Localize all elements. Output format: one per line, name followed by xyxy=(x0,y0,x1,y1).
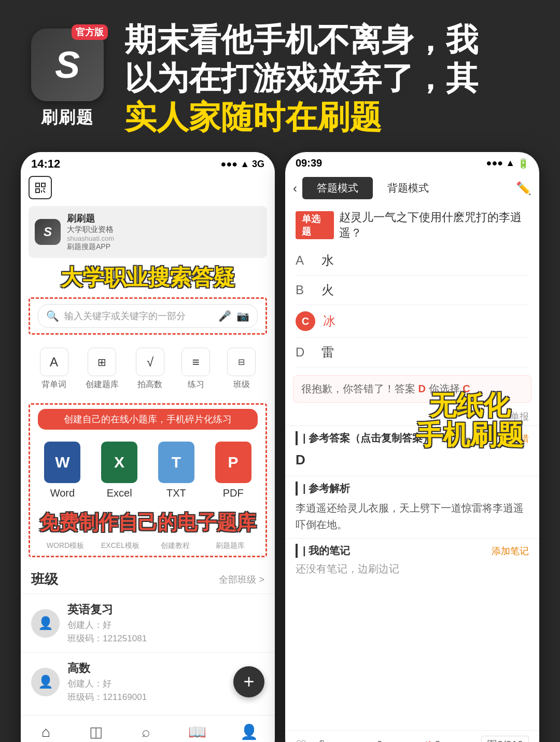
mic-icon[interactable]: 🎤 xyxy=(218,310,231,322)
promo-logo: S xyxy=(35,219,61,245)
notes-section: | 我的笔记 添加笔记 还没有笔记，边刷边记 xyxy=(285,538,539,581)
promo-url: shuashuati.com xyxy=(67,235,261,242)
option-d[interactable]: D 雷 xyxy=(296,338,529,367)
tab-review-mode[interactable]: 背题模式 xyxy=(373,177,443,199)
option-a[interactable]: A 水 xyxy=(296,246,529,276)
profile-icon: 👤 xyxy=(240,723,258,740)
pdf-label: PDF xyxy=(223,487,244,499)
back-button[interactable]: ‹ xyxy=(293,181,297,196)
official-badge: 官方版 xyxy=(72,24,108,40)
analysis-text: 李逍遥还给灵儿衣服，天上劈下一道惊雷将李逍遥吓倒在地。 xyxy=(296,500,529,533)
svg-rect-0 xyxy=(36,183,39,187)
class-section-header: 班级 全部班级 > xyxy=(21,562,275,594)
all-classes-link[interactable]: 全部班级 > xyxy=(219,573,264,586)
nav-home[interactable]: ⌂ 首页 xyxy=(37,724,54,742)
big-label: 大学职业搜索答疑 xyxy=(21,263,275,292)
option-c[interactable]: C 冰 xyxy=(296,305,529,338)
tool-practice[interactable]: ≡ 练习 xyxy=(181,348,210,390)
analysis-title: | 参考解析 xyxy=(296,482,350,496)
file-type-pdf[interactable]: P PDF xyxy=(208,442,258,499)
phones-section: 14:12 ●●● ▲ 3G S 刷刷题 大学职业 xyxy=(0,152,560,742)
reference-title: | 参考答案（点击复制答案） xyxy=(296,431,433,445)
promo-subtitle: 刷题搜题APP xyxy=(67,242,261,252)
app-icon[interactable]: 官方版 S xyxy=(31,29,104,101)
right-phone: 09:39 ●●● ▲ 🔋 ‹ 答题模式 背题模式 ✏️ 单选题 赵灵儿一气之下… xyxy=(285,152,539,742)
analysis-section: | 参考解析 李逍遥还给灵儿衣服，天上劈下一道惊雷将李逍遥吓倒在地。 xyxy=(285,476,539,538)
top-section: 官方版 S 刷刷题 期末看他手机不离身，我 以为在打游戏放弃了，其 实人家随时在… xyxy=(0,0,560,152)
headline-line1: 期末看他手机不离身，我 xyxy=(124,22,478,58)
file-type-excel[interactable]: X Excel xyxy=(95,442,144,499)
share-icon[interactable]: ⎙ xyxy=(317,738,325,742)
search-icon: ⌕ xyxy=(142,724,150,740)
template-excel[interactable]: EXCEL模板 xyxy=(93,541,148,551)
word-icon: W xyxy=(44,442,80,483)
class-name-english: 英语复习 xyxy=(67,602,264,617)
scan-icon[interactable] xyxy=(29,176,52,199)
class-section-title: 班级 xyxy=(31,570,58,588)
class-code-english: 班级码：121251081 xyxy=(67,633,264,644)
promo-desc: 大学职业资格 xyxy=(67,225,261,235)
question-type-badge: 单选题 xyxy=(296,211,334,239)
excel-label: Excel xyxy=(107,487,132,499)
promo-text: 刷刷题 大学职业资格 shuashuati.com 刷题搜题APP xyxy=(67,212,261,252)
file-type-word[interactable]: W Word xyxy=(38,442,87,499)
mode-tabs: 答题模式 背题模式 xyxy=(302,177,443,199)
discover-icon: ◫ xyxy=(89,723,103,740)
floating-label: 无纸化 手机刷题 xyxy=(416,391,524,450)
pdf-icon: P xyxy=(215,442,251,483)
app-name: 刷刷题 xyxy=(41,106,94,129)
class-info-english: 英语复习 创建人：好 班级码：121251081 xyxy=(67,602,264,644)
option-b[interactable]: B 火 xyxy=(296,276,529,305)
template-bank[interactable]: 刷题题库 xyxy=(203,541,258,551)
selected-circle: C xyxy=(296,311,315,331)
notes-title: | 我的笔记 xyxy=(296,544,350,558)
like-icon[interactable]: ♡ xyxy=(296,738,307,742)
headline-highlight: 实人家随时在刷题 xyxy=(124,99,382,135)
headline: 期末看他手机不离身，我 以为在打游戏放弃了，其 实人家随时在刷题 xyxy=(124,21,534,136)
template-links: WORD模板 EXCEL模板 创建教程 刷题题库 xyxy=(30,539,265,556)
question-header: 单选题 赵灵儿一气之下使用什麽咒打的李逍遥？ xyxy=(285,204,539,243)
nav-search[interactable]: ⌕ 搜索 xyxy=(138,724,155,742)
tool-photo-math[interactable]: √ 拍高数 xyxy=(136,348,164,390)
template-word[interactable]: WORD模板 xyxy=(38,541,93,551)
search-right-icons: 🎤 📷 xyxy=(218,310,249,322)
camera-icon[interactable]: 📷 xyxy=(236,310,249,322)
class-code-math: 班级码：121169001 xyxy=(67,691,226,703)
left-status-icons: ●●● ▲ 3G xyxy=(221,159,264,170)
nav-discover[interactable]: ◫ 发现 xyxy=(88,723,104,742)
left-status-bar: 14:12 ●●● ▲ 3G xyxy=(21,152,275,173)
nav-practice[interactable]: 📖 练习 xyxy=(188,723,206,742)
svg-line-6 xyxy=(43,190,45,193)
nav-profile[interactable]: 👤 我的 xyxy=(240,723,258,742)
free-label: 免费制作自己的电子题库 xyxy=(30,510,265,536)
app-logo-container: 官方版 S 刷刷题 xyxy=(26,29,109,129)
right-status-bar: 09:39 ●●● ▲ 🔋 xyxy=(285,152,539,172)
right-header-row: ‹ 答题模式 背题模式 ✏️ xyxy=(285,172,539,204)
class-creator-math: 创建人：好 xyxy=(67,678,226,690)
class-creator-english: 创建人：好 xyxy=(67,619,264,631)
txt-label: TXT xyxy=(166,487,186,499)
add-note-link[interactable]: 添加笔记 xyxy=(492,545,529,557)
wrong-count: ✗ 2 xyxy=(423,739,440,742)
notes-placeholder: 还没有笔记，边刷边记 xyxy=(296,562,529,576)
class-item-english[interactable]: 👤 英语复习 创建人：好 班级码：121251081 xyxy=(21,594,275,652)
class-info-math: 高数 创建人：好 班级码：121169001 xyxy=(67,661,226,703)
class-item-math[interactable]: 👤 高数 创建人：好 班级码：121169001 + xyxy=(21,652,275,711)
right-bottom-actions: ♡ ⎙ ✓ 0 ✗ 2 图8/310 xyxy=(285,730,539,742)
promo-app-name: 刷刷题 xyxy=(67,212,261,225)
template-tutorial[interactable]: 创建教程 xyxy=(148,541,203,551)
avatar-english: 👤 xyxy=(31,609,60,638)
file-type-txt[interactable]: T TXT xyxy=(152,442,201,499)
tool-grid: A 背单词 ⊞ 创建题库 √ 拍高数 ≡ 练习 ⊟ 班级 xyxy=(21,340,275,398)
options-list: A 水 B 火 C 冰 D 雷 xyxy=(285,243,539,370)
tab-answer-mode[interactable]: 答题模式 xyxy=(302,177,373,199)
right-time: 09:39 xyxy=(296,157,322,169)
search-bar[interactable]: 🔍 输入关键字或关键字的一部分 🎤 📷 xyxy=(38,304,258,328)
tool-create-bank[interactable]: ⊞ 创建题库 xyxy=(86,348,119,390)
edit-button[interactable]: ✏️ xyxy=(516,181,531,196)
tool-class[interactable]: ⊟ 班级 xyxy=(227,348,256,390)
fab-button[interactable]: + xyxy=(233,666,264,697)
promo-banner: S 刷刷题 大学职业资格 shuashuati.com 刷题搜题APP xyxy=(29,206,267,258)
tool-vocabulary[interactable]: A 背单词 xyxy=(40,348,68,390)
reference-answer: D xyxy=(296,449,529,471)
